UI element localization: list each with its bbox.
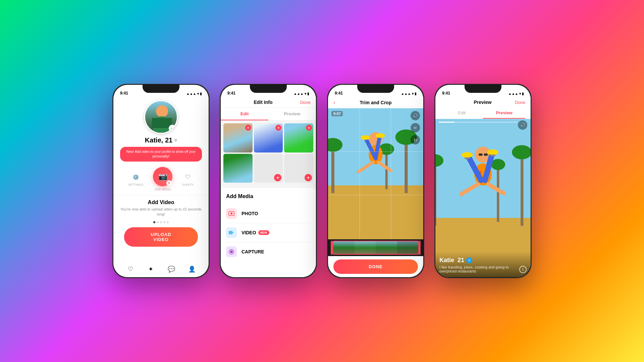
photo-cell-empty-1[interactable]: +	[254, 154, 283, 183]
svg-rect-34	[479, 154, 483, 156]
phone4-screen: Back Preview Done Edit Preview	[435, 97, 531, 277]
loop-button-3[interactable]: ∞	[411, 123, 420, 132]
signal-icon-4: ▲▲▲	[508, 92, 518, 96]
video-preview-3: 0:07 🔊 ∞ 1x	[328, 108, 423, 239]
wifi-icon-2: ▾	[305, 92, 306, 96]
signal-icon-1: ▲▲▲	[186, 92, 196, 96]
tab-preview-4[interactable]: Preview	[483, 108, 525, 119]
timeline-inner[interactable]	[332, 241, 419, 255]
status-icons-2: ▲▲▲ ▾ ▮	[293, 92, 309, 96]
video-progress-fill	[439, 122, 454, 123]
timeline-handle-right[interactable]	[419, 241, 421, 255]
edit-badge[interactable]: ✏	[169, 125, 176, 132]
capture-option-icon	[226, 246, 237, 257]
notch-1	[143, 85, 179, 93]
video-preview-full: 🔊 Katie 21 ✓ I like traveling, jokes, co…	[435, 119, 531, 277]
battery-icon-1: ▮	[200, 92, 202, 96]
photo-cell-empty-2[interactable]: +	[284, 154, 313, 183]
safety-icon: 🛡	[182, 172, 193, 182]
wifi-icon-1: ▾	[197, 92, 199, 96]
sound-button-4[interactable]: 🔊	[518, 120, 527, 130]
nav-like[interactable]: ♡	[125, 264, 136, 275]
dot-1	[153, 221, 155, 223]
phone4-tabs: Edit Preview	[435, 108, 531, 119]
capture-option-label: CAPTURE	[241, 249, 264, 254]
svg-rect-35	[484, 154, 488, 156]
phone-1: 9:41 ▲▲▲ ▾ ▮	[112, 84, 210, 278]
photo-cell-1[interactable]: ×	[223, 123, 253, 153]
time-4: 9:41	[442, 91, 450, 96]
done-button-4[interactable]: Done	[515, 100, 525, 105]
add-video-title: Add Video	[120, 199, 202, 205]
add-media-sheet: Add Media PHOTO	[221, 188, 316, 277]
time-3: 9:41	[335, 91, 343, 96]
signal-icon-2: ▲▲▲	[293, 92, 304, 96]
svg-rect-29	[521, 155, 523, 226]
add-photo-btn-2[interactable]: +	[305, 174, 312, 181]
svg-rect-42	[465, 157, 470, 159]
nav-profile[interactable]: 👤	[186, 264, 197, 275]
dot-3	[160, 221, 162, 223]
phone2-header: Edit Info Done	[221, 97, 316, 108]
back-button-3[interactable]: ‹	[333, 100, 335, 106]
signal-icon-3: ▲▲▲	[401, 92, 411, 96]
info-button[interactable]: i	[519, 266, 527, 273]
profile-bio: I like traveling, jokes, cooking and goi…	[439, 265, 527, 273]
settings-action[interactable]: ⚙️ SETTINGS	[128, 172, 143, 186]
phones-container: 9:41 ▲▲▲ ▾ ▮	[0, 0, 644, 362]
divider-1	[113, 195, 209, 195]
photo-option-label: PHOTO	[241, 211, 258, 216]
svg-marker-6	[232, 232, 234, 233]
svg-point-41	[462, 152, 473, 158]
wifi-icon-4: ▾	[519, 92, 521, 96]
svg-point-43	[487, 149, 498, 155]
tab-edit-2[interactable]: Edit	[221, 108, 268, 120]
plus-badge: +	[166, 180, 172, 186]
tab-edit-4[interactable]: Edit	[441, 108, 483, 119]
photo-cell-2[interactable]: ×	[254, 123, 283, 153]
nav-boost[interactable]: ✦	[146, 264, 156, 275]
notch-2	[250, 85, 287, 93]
dot-4	[163, 221, 165, 223]
add-photo-btn-1[interactable]: +	[274, 174, 281, 181]
battery-icon-2: ▮	[307, 92, 309, 96]
settings-icon: ⚙️	[130, 172, 141, 182]
phone3-screen: ‹ Trim and Crop	[328, 97, 423, 277]
phone2-screen: Edit Info Done Edit Preview × ×	[221, 97, 316, 277]
svg-rect-27	[435, 163, 436, 226]
photo-cell-4[interactable]	[223, 154, 253, 183]
done-button-2[interactable]: Done	[300, 100, 311, 105]
add-media-button[interactable]: 📷 +	[153, 167, 172, 186]
done-button-3[interactable]: DONE	[333, 259, 418, 274]
bottom-nav-1: ♡ ✦ 💬 👤	[113, 261, 209, 277]
progress-dots	[153, 221, 169, 223]
time-1: 9:41	[120, 91, 128, 96]
profile-name-1: Katie, 21 ⚙	[145, 136, 177, 144]
media-option-video[interactable]: VIDEO NEW	[226, 223, 311, 242]
mute-button-3[interactable]: 🔊	[411, 111, 420, 120]
phone3-header: ‹ Trim and Crop	[328, 97, 423, 108]
remove-photo-1[interactable]: ×	[245, 125, 251, 131]
phone2-header-title: Edit Info	[254, 100, 272, 105]
phone4-title: Preview	[474, 100, 491, 105]
svg-rect-13	[405, 139, 408, 193]
nav-message[interactable]: 💬	[166, 264, 177, 275]
verified-badge: ✓	[466, 257, 472, 263]
photo-cell-3[interactable]: ×	[284, 123, 313, 153]
video-bg-3	[328, 108, 423, 239]
video-progress[interactable]	[439, 122, 517, 123]
upload-video-button[interactable]: UPLOAD VIDEO	[124, 227, 198, 247]
notch-3	[357, 85, 394, 93]
bottom-actions: ⚙️ SETTINGS 📷 + ADD MEDIA 🛡 SAFETY	[113, 166, 209, 192]
remove-photo-3[interactable]: ×	[306, 125, 312, 131]
media-option-photo[interactable]: PHOTO	[226, 204, 311, 223]
profile-avatar-1: ✏	[144, 100, 178, 134]
safety-action[interactable]: 🛡 SAFETY	[182, 172, 194, 186]
svg-rect-11	[331, 147, 334, 193]
svg-point-0	[156, 105, 168, 117]
media-option-capture[interactable]: CAPTURE	[226, 242, 311, 261]
tab-preview-2[interactable]: Preview	[268, 108, 316, 120]
video-option-icon	[226, 227, 237, 238]
zoom-button-3[interactable]: 1x	[411, 135, 420, 144]
timeline-strip[interactable]	[328, 239, 423, 256]
